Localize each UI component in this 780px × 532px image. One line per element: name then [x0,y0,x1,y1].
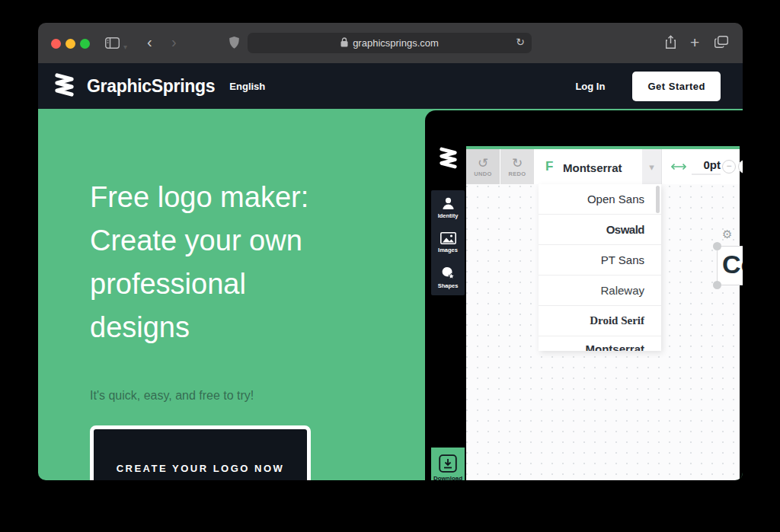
gear-icon[interactable]: ⚙ [722,228,732,241]
editor-screenshot: Identity Images Shapes Download ⚙ [425,110,743,480]
log-in-link[interactable]: Log In [575,81,605,92]
font-option[interactable]: Open Sans [539,184,661,215]
zoom-window-button[interactable] [80,39,90,49]
editor-window: ⚙ Co ↺ UNDO ↻ REDO [466,146,740,480]
undo-button[interactable]: ↺ UNDO [466,149,500,184]
selection-handle[interactable] [713,242,721,250]
lock-icon [340,37,348,49]
image-icon [440,232,456,244]
selection-handle[interactable] [713,281,721,289]
sidebar-toggle-icon[interactable] [105,37,120,49]
person-icon [441,197,456,210]
font-dropdown-list: Open Sans Oswald PT Sans Raleway Droid S… [539,184,661,351]
toolbar-divider [661,149,662,184]
download-button[interactable]: Download [431,448,465,480]
editor-toolbar: ↺ UNDO ↻ REDO F Montserrat ▾ 0pt − [466,149,740,184]
font-prefix-icon: F [545,159,553,174]
new-tab-button[interactable]: + [690,35,699,50]
sidebar-item-identity[interactable]: Identity [431,190,465,225]
editor-sidebar: Identity Images Shapes [431,190,465,295]
increase-spacing-button[interactable]: + [738,160,743,174]
reload-button[interactable]: ↻ [516,36,525,48]
decrease-spacing-button[interactable]: − [722,160,736,174]
letter-spacing-icon [670,161,687,174]
font-dropdown-chevron[interactable]: ▾ [642,149,661,184]
close-window-button[interactable] [51,39,61,49]
browser-toolbar: ▾ ‹ › graphicsprings.com ↻ + [38,23,743,63]
letter-spacing-input[interactable]: 0pt [692,158,721,175]
create-logo-button[interactable]: CREATE YOUR LOGO NOW [90,425,311,480]
dropdown-scrollbar[interactable] [656,186,660,213]
brand-name[interactable]: GraphicSprings [87,76,215,97]
font-option[interactable]: Droid Serif [539,306,661,336]
back-button[interactable]: ‹ [147,34,152,49]
browser-window: ▾ ‹ › graphicsprings.com ↻ + GraphicSpri… [38,23,743,480]
sidebar-item-images[interactable]: Images [431,225,465,260]
privacy-shield-icon[interactable] [229,36,240,49]
address-bar[interactable]: graphicsprings.com ↻ [248,33,532,53]
redo-button[interactable]: ↻ REDO [500,149,534,184]
get-started-button[interactable]: Get Started [632,72,721,101]
canvas-text: Co [722,250,743,279]
hero-section: Free logo maker: Create your own profess… [38,109,743,480]
hero-subtext: It's quick, easy, and free to try! [90,389,254,403]
redo-icon: ↻ [512,157,523,170]
undo-icon: ↺ [478,157,488,170]
language-selector[interactable]: English [229,81,265,92]
minimize-window-button[interactable] [66,39,75,49]
font-option[interactable]: Montserrat [539,336,661,351]
tab-overview-icon[interactable] [714,36,728,48]
font-option[interactable]: PT Sans [539,245,661,276]
url-text: graphicsprings.com [353,37,439,49]
download-icon [439,454,457,473]
font-option[interactable]: Oswald [539,215,661,245]
site-navbar: GraphicSprings English Log In Get Starte… [38,63,743,109]
selected-text-element[interactable]: Co [717,246,743,285]
graphicsprings-logo-icon[interactable] [55,73,74,100]
font-option[interactable]: Raleway [539,276,661,306]
share-icon[interactable] [665,35,676,49]
forward-button[interactable]: › [171,34,177,49]
sidebar-item-shapes[interactable]: Shapes [431,260,465,295]
font-name-value[interactable]: Montserrat [563,161,622,174]
editor-logo-icon [440,147,457,172]
shapes-icon [440,266,456,280]
chevron-down-icon[interactable]: ▾ [123,40,127,55]
hero-heading: Free logo maker: Create your own profess… [90,176,349,349]
